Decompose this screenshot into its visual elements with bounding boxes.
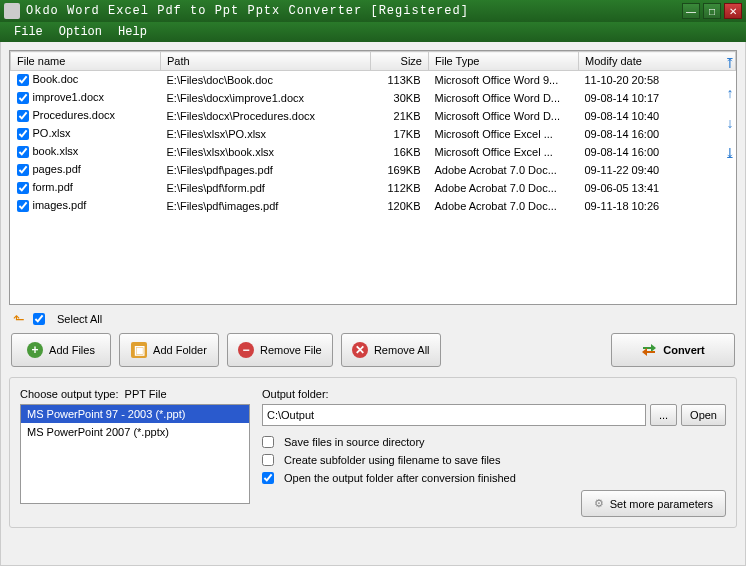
table-row[interactable]: pages.pdfE:\Files\pdf\pages.pdf169KBAdob… (11, 161, 736, 179)
open-after-checkbox[interactable] (262, 472, 274, 484)
row-checkbox[interactable] (17, 110, 29, 122)
file-name: PO.xlsx (33, 127, 71, 139)
table-row[interactable]: form.pdfE:\Files\pdf\form.pdf112KBAdobe … (11, 179, 736, 197)
file-type: Microsoft Office Word D... (429, 107, 579, 125)
file-path: E:\Files\xlsx\book.xlsx (161, 143, 371, 161)
subfolder-checkbox[interactable] (262, 454, 274, 466)
row-checkbox[interactable] (17, 200, 29, 212)
subfolder-label[interactable]: Create subfolder using filename to save … (284, 454, 500, 466)
list-item[interactable]: MS PowerPoint 2007 (*.pptx) (21, 423, 249, 441)
browse-button[interactable]: ... (650, 404, 677, 426)
remove-file-label: Remove File (260, 344, 322, 356)
select-all-label[interactable]: Select All (57, 313, 102, 325)
output-type-label: Choose output type: PPT File (20, 388, 250, 400)
add-files-button[interactable]: + Add Files (11, 333, 111, 367)
save-source-label[interactable]: Save files in source directory (284, 436, 425, 448)
file-path: E:\Files\pdf\images.pdf (161, 197, 371, 215)
plus-icon: + (27, 342, 43, 358)
add-folder-button[interactable]: ▣ Add Folder (119, 333, 219, 367)
move-down-icon[interactable]: ↓ (721, 114, 739, 132)
file-name: images.pdf (33, 199, 87, 211)
convert-icon (641, 342, 657, 358)
file-type: Microsoft Office Excel ... (429, 125, 579, 143)
add-files-label: Add Files (49, 344, 95, 356)
output-folder-input[interactable] (262, 404, 646, 426)
file-type: Microsoft Office Word D... (429, 89, 579, 107)
menu-option[interactable]: Option (51, 23, 110, 41)
row-checkbox[interactable] (17, 92, 29, 104)
table-row[interactable]: Procedures.docxE:\Files\docx\Procedures.… (11, 107, 736, 125)
move-bottom-icon[interactable]: ⤓ (721, 144, 739, 162)
more-parameters-button[interactable]: ⚙ Set more parameters (581, 490, 726, 517)
remove-all-label: Remove All (374, 344, 430, 356)
file-name: Procedures.docx (33, 109, 116, 121)
save-source-checkbox[interactable] (262, 436, 274, 448)
more-parameters-label: Set more parameters (610, 498, 713, 510)
file-type: Adobe Acrobat 7.0 Doc... (429, 179, 579, 197)
menubar: File Option Help (0, 22, 746, 42)
move-up-icon[interactable]: ↑ (721, 84, 739, 102)
file-type: Adobe Acrobat 7.0 Doc... (429, 161, 579, 179)
file-size: 120KB (371, 197, 429, 215)
file-list[interactable]: File name Path Size File Type Modify dat… (9, 50, 737, 305)
maximize-button[interactable]: □ (703, 3, 721, 19)
column-header-size[interactable]: Size (371, 52, 429, 71)
table-row[interactable]: book.xlsxE:\Files\xlsx\book.xlsx16KBMicr… (11, 143, 736, 161)
output-folder-label: Output folder: (262, 388, 726, 400)
file-size: 112KB (371, 179, 429, 197)
remove-all-button[interactable]: ✕ Remove All (341, 333, 441, 367)
add-folder-label: Add Folder (153, 344, 207, 356)
folder-icon: ▣ (131, 342, 147, 358)
file-path: E:\Files\doc\Book.doc (161, 71, 371, 89)
remove-file-button[interactable]: − Remove File (227, 333, 333, 367)
file-name: Book.doc (33, 73, 79, 85)
file-date: 11-10-20 20:58 (579, 71, 736, 89)
window-title: Okdo Word Excel Pdf to Ppt Pptx Converte… (26, 4, 682, 18)
table-row[interactable]: PO.xlsxE:\Files\xlsx\PO.xlsx17KBMicrosof… (11, 125, 736, 143)
row-checkbox[interactable] (17, 164, 29, 176)
convert-button[interactable]: Convert (611, 333, 735, 367)
minimize-button[interactable]: — (682, 3, 700, 19)
app-icon (4, 3, 20, 19)
titlebar: Okdo Word Excel Pdf to Ppt Pptx Converte… (0, 0, 746, 22)
column-header-path[interactable]: Path (161, 52, 371, 71)
file-date: 09-08-14 10:40 (579, 107, 736, 125)
select-all-checkbox[interactable] (33, 313, 45, 325)
table-row[interactable]: Book.docE:\Files\doc\Book.doc113KBMicros… (11, 71, 736, 89)
file-path: E:\Files\docx\improve1.docx (161, 89, 371, 107)
file-size: 113KB (371, 71, 429, 89)
menu-file[interactable]: File (6, 23, 51, 41)
close-button[interactable]: ✕ (724, 3, 742, 19)
file-date: 09-11-22 09:40 (579, 161, 736, 179)
file-type: Adobe Acrobat 7.0 Doc... (429, 197, 579, 215)
table-row[interactable]: improve1.docxE:\Files\docx\improve1.docx… (11, 89, 736, 107)
file-path: E:\Files\pdf\form.pdf (161, 179, 371, 197)
column-header-type[interactable]: File Type (429, 52, 579, 71)
up-folder-icon[interactable]: ⬑ (13, 311, 25, 327)
file-path: E:\Files\pdf\pages.pdf (161, 161, 371, 179)
file-name: book.xlsx (33, 145, 79, 157)
open-after-label[interactable]: Open the output folder after conversion … (284, 472, 516, 484)
file-name: form.pdf (33, 181, 73, 193)
menu-help[interactable]: Help (110, 23, 155, 41)
row-checkbox[interactable] (17, 182, 29, 194)
convert-label: Convert (663, 344, 705, 356)
file-size: 16KB (371, 143, 429, 161)
move-top-icon[interactable]: ⤒ (721, 54, 739, 72)
column-header-name[interactable]: File name (11, 52, 161, 71)
row-checkbox[interactable] (17, 128, 29, 140)
list-item[interactable]: MS PowerPoint 97 - 2003 (*.ppt) (21, 405, 249, 423)
file-path: E:\Files\xlsx\PO.xlsx (161, 125, 371, 143)
output-type-list[interactable]: MS PowerPoint 97 - 2003 (*.ppt)MS PowerP… (20, 404, 250, 504)
file-path: E:\Files\docx\Procedures.docx (161, 107, 371, 125)
table-row[interactable]: images.pdfE:\Files\pdf\images.pdf120KBAd… (11, 197, 736, 215)
row-checkbox[interactable] (17, 146, 29, 158)
row-checkbox[interactable] (17, 74, 29, 86)
file-type: Microsoft Office Word 9... (429, 71, 579, 89)
column-header-date[interactable]: Modify date (579, 52, 736, 71)
file-date: 09-08-14 16:00 (579, 125, 736, 143)
file-size: 17KB (371, 125, 429, 143)
file-date: 09-08-14 16:00 (579, 143, 736, 161)
file-size: 30KB (371, 89, 429, 107)
open-folder-button[interactable]: Open (681, 404, 726, 426)
